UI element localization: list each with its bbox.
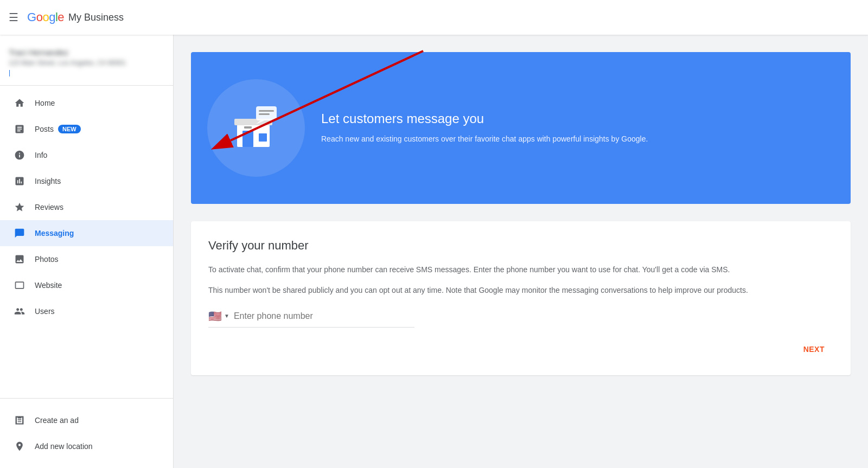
profile-name: Traci Hernandez: [9, 48, 164, 57]
sidebar-item-add-location[interactable]: Add new location: [0, 433, 173, 459]
reviews-icon: [13, 201, 26, 214]
store-icon: [229, 104, 283, 152]
next-btn-row: NEXT: [208, 341, 833, 358]
phone-input[interactable]: [234, 311, 414, 321]
main-content: Let customers message you Reach new and …: [174, 35, 868, 468]
banner-icon-container: [191, 66, 321, 190]
banner-circle: [207, 79, 305, 177]
sidebar-item-label: Home: [35, 99, 55, 107]
app-title: My Business: [68, 12, 124, 23]
verify-text-1: To activate chat, confirm that your phon…: [208, 264, 833, 275]
sidebar-item-photos[interactable]: Photos: [0, 246, 173, 272]
verify-text-2: This number won't be shared publicly and…: [208, 284, 833, 296]
phone-input-row: 🇺🇸 ▼: [208, 310, 414, 328]
messaging-icon: [13, 227, 26, 240]
flag-selector[interactable]: 🇺🇸 ▼: [208, 310, 229, 323]
sidebar-item-label: Insights: [35, 177, 61, 185]
sidebar: Traci Hernandez 123 Main Street, Los Ang…: [0, 35, 174, 468]
banner-text: Let customers message you Reach new and …: [321, 98, 851, 158]
ad-icon: [13, 414, 26, 427]
sidebar-item-users[interactable]: Users: [0, 298, 173, 324]
sidebar-item-label: Add new location: [35, 442, 93, 451]
posts-icon: [13, 123, 26, 136]
verify-section: Verify your number To activate chat, con…: [191, 221, 851, 375]
sidebar-item-label: Create an ad: [35, 416, 79, 425]
profile-address: 123 Main Street, Los Angeles, CA 90001: [9, 59, 164, 67]
info-icon: [13, 149, 26, 162]
new-badge: NEW: [58, 125, 81, 133]
sidebar-profile: Traci Hernandez 123 Main Street, Los Ang…: [0, 35, 173, 86]
svg-rect-9: [259, 113, 270, 115]
svg-rect-3: [242, 131, 253, 147]
sidebar-item-label: Posts: [35, 125, 54, 133]
sidebar-item-label: Reviews: [35, 203, 63, 211]
sidebar-item-messaging[interactable]: Messaging: [0, 220, 173, 246]
sidebar-item-home[interactable]: Home: [0, 90, 173, 116]
flag-emoji: 🇺🇸: [208, 310, 222, 323]
website-icon: [13, 279, 26, 292]
sidebar-item-website[interactable]: Website: [0, 272, 173, 298]
svg-rect-8: [259, 110, 274, 112]
banner-description: Reach new and existing customers over th…: [321, 133, 833, 145]
google-logo: Google: [27, 10, 64, 24]
sidebar-item-label: Info: [35, 151, 47, 159]
sidebar-item-label: Photos: [35, 255, 59, 264]
menu-icon[interactable]: ☰: [9, 11, 18, 24]
insights-icon: [13, 175, 26, 188]
sidebar-bottom: Create an ad Add new location: [0, 403, 173, 468]
banner: Let customers message you Reach new and …: [191, 52, 851, 204]
banner-title: Let customers message you: [321, 111, 833, 126]
header: ☰ Google My Business: [0, 0, 868, 35]
sidebar-item-label: Messaging: [35, 229, 74, 238]
sidebar-item-label: Users: [35, 307, 55, 316]
layout: Traci Hernandez 123 Main Street, Los Ang…: [0, 35, 868, 468]
sidebar-item-create-ad[interactable]: Create an ad: [0, 407, 173, 433]
sidebar-item-info[interactable]: Info: [0, 142, 173, 168]
sidebar-item-insights[interactable]: Insights: [0, 168, 173, 194]
home-icon: [13, 97, 26, 110]
location-icon: [13, 440, 26, 453]
svg-rect-6: [244, 126, 252, 129]
photos-icon: [13, 253, 26, 266]
users-icon: [13, 305, 26, 318]
profile-link[interactable]: |: [9, 69, 164, 76]
flag-dropdown-arrow: ▼: [224, 313, 229, 319]
sidebar-item-label: Website: [35, 281, 62, 290]
svg-rect-4: [259, 133, 267, 142]
verify-title: Verify your number: [208, 239, 833, 253]
sidebar-item-posts[interactable]: Posts NEW: [0, 116, 173, 142]
sidebar-item-reviews[interactable]: Reviews: [0, 194, 173, 220]
nav-items: Home Posts NEW Info: [0, 86, 173, 394]
next-button[interactable]: NEXT: [795, 341, 833, 358]
nav-divider: [0, 398, 173, 399]
